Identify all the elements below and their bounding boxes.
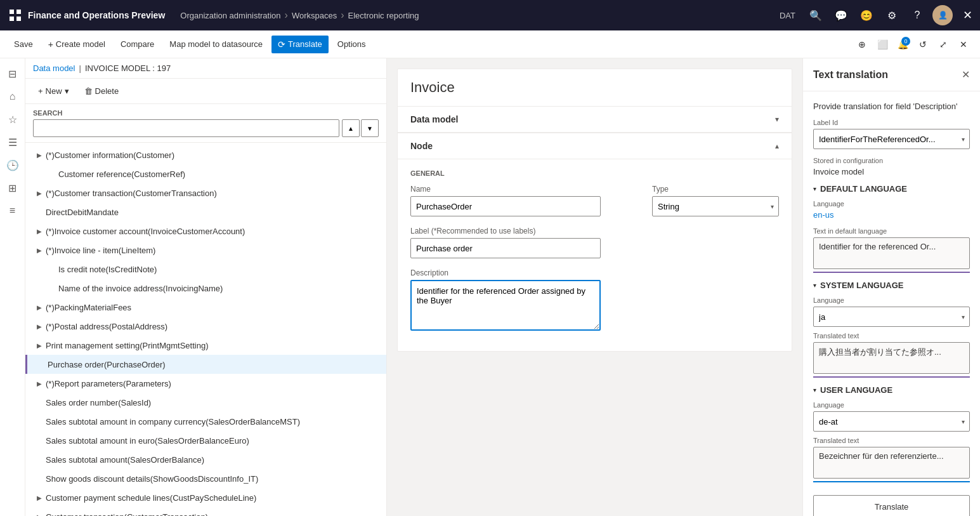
tree-item-customer-trans2[interactable]: ▶ Customer transaction(CustomerTransacti… xyxy=(25,507,386,516)
tree-item-invoice-customer[interactable]: ▶ (*)Invoice customer account(InvoiceCus… xyxy=(25,222,386,241)
tree-item-purchase-order[interactable]: Purchase order(PurchaseOrder) xyxy=(25,355,386,374)
expand-icon[interactable]: ▶ xyxy=(33,244,46,256)
settings-icon[interactable]: ⚙ xyxy=(882,5,902,25)
default-lang-value[interactable]: en-us xyxy=(813,210,970,220)
tree-item-sales-subtotal[interactable]: Sales subtotal amount(SalesOrderBalance) xyxy=(25,450,386,469)
toolbar: Save + Create model Compare Map model to… xyxy=(0,30,980,58)
sidebar-icon-grid[interactable]: ⊞ xyxy=(3,178,23,198)
tree-item-sales-subtotal-euro[interactable]: Sales subtotal amount in euro(SalesOrder… xyxy=(25,431,386,450)
translate-button[interactable]: ⟳ Translate xyxy=(271,36,329,53)
tree-item-customer-ref[interactable]: Customer reference(CustomerRef) xyxy=(25,164,386,183)
expand-icon[interactable]: ▶ xyxy=(33,320,46,333)
node-section-header[interactable]: Node ▴ xyxy=(398,133,792,159)
tree-item-direct-debit[interactable]: DirectDebitMandate xyxy=(25,202,386,222)
tree-item-report-params[interactable]: ▶ (*)Report parameters(Parameters) xyxy=(25,374,386,393)
app-grid-icon[interactable] xyxy=(8,8,23,23)
svg-rect-3 xyxy=(16,17,21,21)
save-button[interactable]: Save xyxy=(8,36,39,53)
user-lang-header[interactable]: ▾ USER LANGUAGE xyxy=(813,385,970,395)
top-close-icon[interactable]: ✕ xyxy=(963,8,972,22)
create-model-button[interactable]: + Create model xyxy=(42,36,112,53)
toolbar-icon-2[interactable]: ⬜ xyxy=(873,36,891,53)
expand-icon[interactable]: ▶ xyxy=(33,339,46,352)
expand-icon[interactable]: ▶ xyxy=(33,510,46,516)
tree-item-sales-order-num[interactable]: Sales order number(SalesId) xyxy=(25,393,386,412)
translate-button-right[interactable]: Translate xyxy=(813,495,970,516)
breadcrumb-sep2: › xyxy=(341,10,344,21)
breadcrumb-org[interactable]: Organization administration xyxy=(180,11,280,20)
sidebar-icon-clock[interactable]: 🕒 xyxy=(3,155,23,175)
emoji-icon[interactable]: 😊 xyxy=(856,5,877,25)
description-textarea[interactable]: Identifier for the referenced Order assi… xyxy=(410,280,601,331)
tree-item-print-mgmt[interactable]: ▶ Print management setting(PrintMgmtSett… xyxy=(25,336,386,355)
toolbar-badge[interactable]: 🔔 0 xyxy=(894,36,911,53)
tree-content: ▶ (*)Customer information(Customer) Cust… xyxy=(25,143,386,516)
tree-item-packing-fees[interactable]: ▶ (*)PackingMaterialFees xyxy=(25,298,386,317)
sidebar-icon-menu[interactable]: ☰ xyxy=(3,132,23,152)
search-next-btn[interactable]: ▼ xyxy=(361,119,379,137)
svg-rect-2 xyxy=(10,17,14,21)
right-panel-header: Text translation ✕ xyxy=(803,58,980,91)
options-button[interactable]: Options xyxy=(331,36,372,53)
search-prev-btn[interactable]: ▲ xyxy=(342,119,360,137)
name-input[interactable] xyxy=(410,196,601,216)
sidebar-icon-filter[interactable]: ⊟ xyxy=(3,63,23,84)
right-panel-close-icon[interactable]: ✕ xyxy=(962,69,970,81)
tree-item-show-goods-discount[interactable]: Show goods discount details(ShowGoodsDis… xyxy=(25,469,386,488)
user-lang-select[interactable]: de-at xyxy=(813,411,970,432)
expand-icon[interactable]: ▶ xyxy=(33,149,46,161)
tree-item-customer-info[interactable]: ▶ (*)Customer information(Customer) xyxy=(25,145,386,164)
expand-spacer xyxy=(46,168,58,180)
toolbar-close-icon[interactable]: ✕ xyxy=(955,36,972,53)
default-lang-header[interactable]: ▾ DEFAULT LANGUAGE xyxy=(813,184,970,194)
expand-icon[interactable]: ▶ xyxy=(33,491,46,504)
toolbar-refresh-icon[interactable]: ↺ xyxy=(914,36,932,53)
new-button[interactable]: + New ▾ xyxy=(33,84,74,98)
sidebar-icon-star[interactable]: ☆ xyxy=(3,109,23,129)
system-lang-header[interactable]: ▾ SYSTEM LANGUAGE xyxy=(813,281,970,290)
expand-icon[interactable]: ▶ xyxy=(33,301,46,314)
search-input[interactable] xyxy=(33,119,339,137)
system-lang-toggle: ▾ SYSTEM LANGUAGE Language ja ▾ Translat… xyxy=(813,281,970,378)
comment-icon[interactable]: 💬 xyxy=(831,5,851,25)
delete-button[interactable]: 🗑 Delete xyxy=(79,84,124,98)
right-panel: Text translation ✕ Provide translation f… xyxy=(802,58,980,516)
breadcrumb-electronic[interactable]: Electronic reporting xyxy=(348,11,419,20)
label-id-input[interactable] xyxy=(813,129,970,149)
map-model-button[interactable]: Map model to datasource xyxy=(163,36,269,53)
svg-rect-1 xyxy=(16,10,21,14)
label-field-input[interactable] xyxy=(410,238,601,258)
sidebar-icon-home[interactable]: ⌂ xyxy=(3,86,23,107)
expand-icon[interactable]: ▶ xyxy=(33,225,46,237)
tree-item-is-credit[interactable]: Is credit note(IsCreditNote) xyxy=(25,260,386,279)
tree-item-invoice-address[interactable]: Name of the invoice address(InvoicingNam… xyxy=(25,279,386,298)
user-translated-text-value: Bezeichner für den referenzierte... xyxy=(813,447,970,479)
default-lang-title: DEFAULT LANGUAGE xyxy=(820,184,907,194)
expand-icon[interactable]: ▶ xyxy=(33,377,46,390)
compare-button[interactable]: Compare xyxy=(114,36,160,53)
tree-item-customer-trans[interactable]: ▶ (*)Customer transaction(CustomerTransa… xyxy=(25,183,386,202)
tree-item-cust-pay-schedule[interactable]: ▶ Customer payment schedule lines(CustPa… xyxy=(25,488,386,507)
tree-item-postal-address[interactable]: ▶ (*)Postal address(PostalAddress) xyxy=(25,317,386,336)
type-select[interactable]: String xyxy=(652,196,779,216)
system-lang-select[interactable]: ja xyxy=(813,307,970,327)
toolbar-expand-icon[interactable]: ⤢ xyxy=(934,36,952,53)
stored-in-config-label: Stored in configuration xyxy=(813,157,970,164)
user-lang-section: Language de-at ▾ Translated text Bezeich… xyxy=(813,401,970,482)
tree-item-invoice-line[interactable]: ▶ (*)Invoice line - item(LineItem) xyxy=(25,241,386,260)
label-group: Label (*Recommended to use labels) xyxy=(410,227,779,258)
system-lang-label: Language xyxy=(813,296,970,304)
system-lang-section: Language ja ▾ Translated text 購入担当者が割り当て… xyxy=(813,296,970,378)
tree-item-sales-subtotal-company[interactable]: Sales subtotal amount in company currenc… xyxy=(25,412,386,431)
sidebar-icon-list[interactable]: ≡ xyxy=(3,201,23,221)
expand-icon[interactable]: ▶ xyxy=(33,187,46,199)
help-icon[interactable]: ? xyxy=(907,5,927,25)
user-avatar[interactable]: 👤 xyxy=(932,5,953,25)
breadcrumb-workspaces[interactable]: Workspaces xyxy=(292,11,337,20)
expand-spacer xyxy=(46,282,58,294)
toolbar-icon-1[interactable]: ⊕ xyxy=(853,36,871,53)
search-nav-icon[interactable]: 🔍 xyxy=(806,5,826,25)
breadcrumb-data-model[interactable]: Data model xyxy=(33,63,75,73)
data-model-chevron: ▾ xyxy=(775,115,779,124)
data-model-section-header[interactable]: Data model ▾ xyxy=(398,107,792,133)
